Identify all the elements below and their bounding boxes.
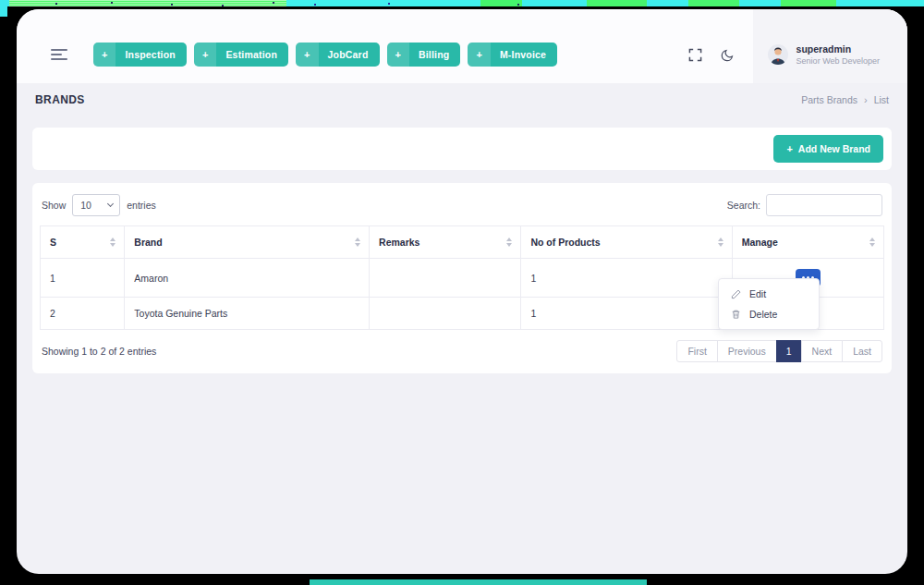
pagination-last-button[interactable]: Last (842, 340, 882, 362)
menu-toggle-icon[interactable] (51, 49, 69, 60)
cell-remarks (370, 298, 521, 330)
toolbar-panel: + Add New Brand (32, 128, 892, 170)
glitch-stripes (9, 0, 286, 6)
cell-remarks (370, 259, 521, 298)
plus-icon: + (786, 145, 792, 153)
edit-menu-item[interactable]: Edit (719, 284, 819, 304)
search-control: Search: (727, 194, 882, 216)
cell-serial: 1 (41, 259, 125, 298)
column-header-remarks[interactable]: Remarks (370, 226, 521, 259)
plus-icon: + (296, 43, 318, 67)
quick-add-minvoice-button[interactable]: + M-Invoice (468, 43, 557, 67)
plus-icon: + (468, 43, 490, 67)
breadcrumb-separator-icon: › (864, 94, 868, 105)
page-header: BRANDS Parts Brands › List (17, 83, 907, 116)
table-footer: Showing 1 to 2 of 2 entries First Previo… (42, 340, 882, 362)
cell-brand: Toyota Genuine Parts (125, 298, 370, 330)
breadcrumb-current: List (874, 94, 889, 105)
pagination-next-button[interactable]: Next (801, 340, 844, 362)
show-label: Show (42, 200, 66, 211)
table-controls: Show 10 entries Search: (42, 194, 882, 216)
pagination: First Previous 1 Next Last (676, 340, 882, 362)
quick-add-billing-button[interactable]: + Billing (387, 43, 461, 67)
sort-icon (110, 238, 116, 247)
entries-info: Showing 1 to 2 of 2 entries (42, 346, 156, 357)
glitch-corner-block (0, 0, 7, 17)
avatar (768, 44, 788, 65)
page-size-select[interactable]: 10 (72, 194, 120, 216)
cell-products: 1 (521, 259, 732, 298)
glitch-artifact-top (0, 0, 924, 6)
cell-brand: Amaron (125, 259, 370, 298)
glitch-artifact-bottom (310, 579, 647, 585)
search-label: Search: (727, 200, 760, 211)
quick-add-jobcard-button[interactable]: + JobCard (296, 43, 379, 67)
page-length-control: Show 10 entries (42, 194, 156, 216)
add-new-brand-button[interactable]: + Add New Brand (773, 135, 883, 163)
sort-icon (355, 238, 360, 247)
user-role: Senior Web Developer (796, 56, 880, 66)
column-header-brand[interactable]: Brand (125, 226, 370, 259)
entries-label: entries (127, 200, 156, 211)
sort-icon (506, 238, 512, 247)
plus-icon: + (194, 43, 216, 67)
pagination-previous-button[interactable]: Previous (717, 340, 777, 362)
row-actions-dropdown: Edit Delete (718, 278, 820, 330)
search-input[interactable] (766, 194, 882, 216)
breadcrumb-parent[interactable]: Parts Brands (801, 94, 857, 105)
page-title: BRANDS (35, 93, 85, 106)
pagination-page-1-button[interactable]: 1 (776, 340, 802, 362)
pagination-first-button[interactable]: First (676, 340, 717, 362)
column-header-manage[interactable]: Manage (732, 226, 883, 259)
breadcrumb: Parts Brands › List (801, 94, 889, 105)
top-navbar: + Inspection + Estimation + JobCard + Bi… (17, 9, 907, 83)
table-header-row: S Brand Remarks No of Products (41, 226, 884, 259)
delete-menu-item[interactable]: Delete (719, 304, 819, 324)
dark-mode-moon-icon[interactable] (721, 48, 735, 62)
sort-icon (869, 238, 875, 247)
fullscreen-icon[interactable] (688, 48, 702, 62)
app-window: + Inspection + Estimation + JobCard + Bi… (17, 9, 907, 574)
sort-icon (718, 238, 723, 247)
page-content: + Add New Brand Show 10 entries Se (17, 116, 907, 373)
cell-products: 1 (521, 298, 732, 330)
quick-add-inspection-button[interactable]: + Inspection (93, 43, 187, 67)
navbar-right: superadmin Senior Web Developer (688, 26, 907, 83)
cell-serial: 2 (41, 298, 125, 330)
user-name: superadmin (796, 43, 880, 55)
plus-icon: + (93, 43, 116, 67)
brands-table-panel: Show 10 entries Search: (32, 183, 892, 373)
quick-action-buttons: + Inspection + Estimation + JobCard + Bi… (93, 43, 557, 67)
plus-icon: + (387, 43, 409, 67)
pencil-icon (731, 289, 741, 299)
column-header-s[interactable]: S (41, 226, 125, 259)
trash-icon (731, 309, 741, 320)
quick-add-estimation-button[interactable]: + Estimation (194, 43, 288, 67)
column-header-products[interactable]: No of Products (521, 226, 732, 259)
user-profile-menu[interactable]: superadmin Senior Web Developer (753, 9, 907, 83)
